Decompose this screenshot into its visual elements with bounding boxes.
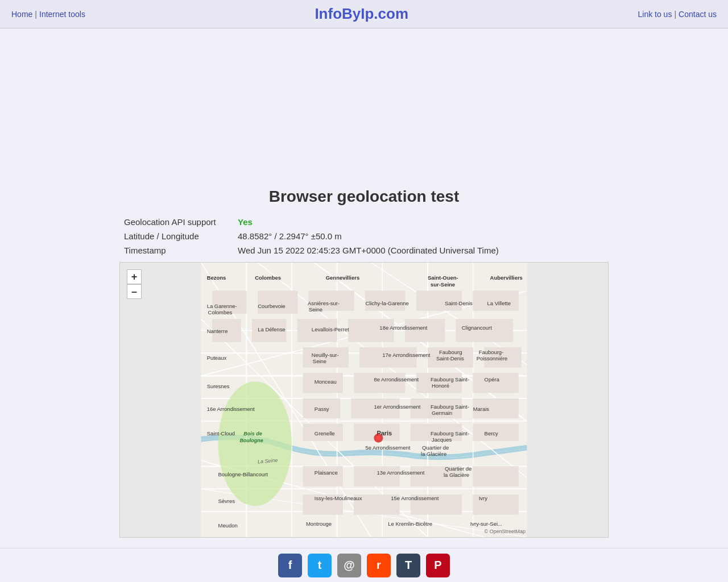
pinterest-share-button[interactable]: P [426, 554, 450, 577]
svg-text:15e Arrondissement: 15e Arrondissement [391, 495, 439, 501]
geo-api-label: Geolocation API support [119, 215, 233, 229]
tumblr-share-button[interactable]: T [396, 554, 420, 577]
svg-text:Puteaux: Puteaux [207, 355, 227, 361]
svg-text:La Villette: La Villette [487, 300, 511, 306]
svg-text:Saint-Denis: Saint-Denis [445, 300, 473, 306]
nav-left: Home | Internet tools [11, 10, 85, 19]
header: Home | Internet tools InfoByIp.com Link … [0, 0, 728, 28]
page-heading: Browser geolocation test [119, 188, 609, 206]
svg-rect-57 [473, 467, 519, 487]
svg-text:Meudon: Meudon [218, 522, 238, 529]
svg-text:Faubourg Saint-: Faubourg Saint- [431, 430, 469, 436]
svg-text:5e Arrondissement: 5e Arrondissement [365, 444, 410, 451]
lat-lng-row: Latitude / Longitude 48.8582° / 2.2947° … [119, 229, 609, 243]
svg-text:Seine: Seine [313, 358, 326, 364]
svg-text:Seine: Seine [309, 306, 322, 313]
main-content: Browser geolocation test Geolocation API… [108, 188, 620, 549]
nav-link-to-us[interactable]: Link to us [638, 10, 672, 19]
svg-text:1er Arrondissement: 1er Arrondissement [374, 404, 420, 410]
email-share-button[interactable]: @ [337, 554, 361, 577]
social-bar: f t @ r T P [0, 548, 728, 582]
timestamp-label: Timestamp [119, 243, 233, 257]
svg-text:la Glacière: la Glacière [421, 451, 446, 457]
lat-lng-label: Latitude / Longitude [119, 229, 233, 243]
svg-text:Germain: Germain [432, 410, 452, 416]
svg-text:© OpenStreetMap: © OpenStreetMap [485, 529, 526, 534]
svg-text:Colombes: Colombes [208, 309, 233, 315]
svg-text:Faubourg Saint-: Faubourg Saint- [431, 404, 469, 410]
timestamp-value: Wed Jun 15 2022 02:45:23 GMT+0000 (Coord… [233, 243, 609, 257]
timestamp-row: Timestamp Wed Jun 15 2022 02:45:23 GMT+0… [119, 243, 609, 257]
map-controls: + – [127, 269, 142, 299]
reddit-share-button[interactable]: r [367, 554, 391, 577]
svg-text:Honoré: Honoré [432, 383, 449, 389]
svg-text:Boulogne: Boulogne [239, 438, 263, 443]
pinterest-icon: P [434, 559, 441, 572]
svg-text:Neuilly-sur-: Neuilly-sur- [312, 352, 339, 358]
svg-text:Grenelle: Grenelle [315, 430, 335, 436]
svg-text:Monceau: Monceau [315, 379, 337, 385]
zoom-out-button[interactable]: – [127, 284, 142, 299]
ad-area [0, 28, 728, 188]
svg-text:Saint-Ouen-: Saint-Ouen- [428, 275, 458, 281]
svg-point-23 [218, 381, 292, 506]
svg-text:Boulogne-Billancourt: Boulogne-Billancourt [218, 471, 268, 477]
svg-text:Bois de: Bois de [243, 431, 262, 436]
svg-text:Aubervilliers: Aubervilliers [490, 275, 523, 281]
svg-text:Asnières-sur-: Asnières-sur- [308, 300, 340, 306]
geo-info-table: Geolocation API support Yes Latitude / L… [119, 215, 609, 257]
nav-sep-1: | [35, 10, 37, 19]
svg-text:Issy-les-Moulineaux: Issy-les-Moulineaux [315, 495, 362, 501]
site-title: InfoByIp.com [85, 5, 638, 23]
svg-text:Le Kremlin-Bicêtre: Le Kremlin-Bicêtre [388, 521, 432, 527]
nav-contact-us[interactable]: Contact us [679, 10, 717, 19]
facebook-icon: f [288, 559, 292, 572]
zoom-in-button[interactable]: + [127, 269, 142, 284]
svg-text:Ivry-sur-Sei...: Ivry-sur-Sei... [470, 521, 502, 527]
svg-text:Bezons: Bezons [207, 275, 226, 281]
svg-text:Faubourg: Faubourg [439, 349, 462, 355]
svg-text:Saint-Denis: Saint-Denis [436, 355, 464, 361]
svg-text:Quartier de: Quartier de [445, 465, 471, 472]
svg-text:Ivry: Ivry [479, 495, 488, 501]
svg-text:la Glacière: la Glacière [444, 472, 469, 478]
email-icon: @ [344, 559, 355, 572]
svg-text:Faubourg Saint-: Faubourg Saint- [431, 376, 469, 383]
svg-text:Bercy: Bercy [485, 430, 498, 436]
map-svg: Bois de Boulogne [120, 263, 608, 537]
svg-text:Quartier de: Quartier de [422, 444, 449, 451]
svg-text:La Garenne-: La Garenne- [207, 303, 237, 309]
svg-text:18e Arrondissement: 18e Arrondissement [379, 325, 427, 331]
svg-text:Courbevoie: Courbevoie [258, 303, 285, 309]
svg-text:Poissonnière: Poissonnière [477, 355, 508, 361]
lat-lng-value: 48.8582° / 2.2947° ±50.0 m [233, 229, 609, 243]
facebook-share-button[interactable]: f [278, 554, 302, 577]
svg-text:Sèvres: Sèvres [218, 498, 235, 504]
nav-sep-2: | [674, 10, 676, 19]
twitter-share-button[interactable]: t [308, 554, 332, 577]
nav-home-link[interactable]: Home [11, 10, 32, 19]
geo-api-row: Geolocation API support Yes [119, 215, 609, 229]
svg-text:Clichy-la-Garenne: Clichy-la-Garenne [365, 300, 408, 306]
svg-text:Faubourg-: Faubourg- [479, 349, 504, 355]
svg-text:Plaisance: Plaisance [315, 469, 338, 476]
svg-text:Levallois-Perret: Levallois-Perret [312, 326, 349, 332]
svg-text:Saint-Cloud: Saint-Cloud [207, 430, 235, 436]
svg-text:Montrouge: Montrouge [306, 521, 332, 527]
svg-text:17e Arrondissement: 17e Arrondissement [382, 352, 430, 358]
nav-right: Link to us | Contact us [638, 10, 717, 19]
svg-text:13e Arrondissement: 13e Arrondissement [377, 469, 424, 476]
svg-text:La Défense: La Défense [258, 326, 285, 332]
nav-internet-tools-link[interactable]: Internet tools [39, 10, 85, 19]
svg-text:Marais: Marais [473, 406, 490, 412]
tumblr-icon: T [405, 559, 412, 572]
svg-text:sur-Seine: sur-Seine [431, 281, 455, 288]
svg-text:Colombes: Colombes [255, 275, 281, 281]
twitter-icon: t [318, 559, 322, 572]
svg-text:Opéra: Opéra [485, 376, 500, 383]
svg-text:Nanterre: Nanterre [207, 328, 228, 334]
svg-text:8e Arrondissement: 8e Arrondissement [374, 376, 419, 383]
svg-text:Passy: Passy [315, 406, 329, 412]
map-container[interactable]: Bois de Boulogne [119, 262, 609, 538]
svg-point-125 [376, 436, 380, 440]
